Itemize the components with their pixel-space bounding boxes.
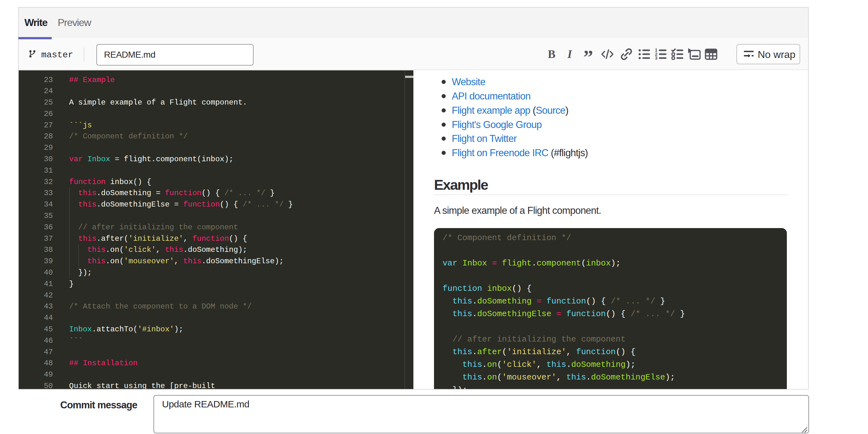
svg-text:3: 3 [655, 56, 657, 61]
